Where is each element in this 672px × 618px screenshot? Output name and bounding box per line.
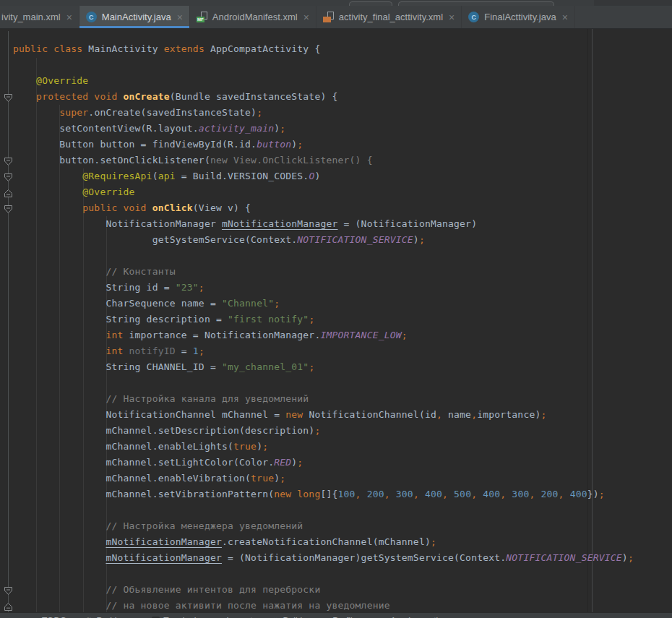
tab-label: FinalActtivity.java bbox=[484, 12, 556, 22]
code-token: super bbox=[13, 107, 88, 118]
code-token: ; bbox=[297, 139, 303, 150]
code-token: ; bbox=[199, 346, 204, 356]
fold-up-icon[interactable] bbox=[4, 188, 13, 197]
code-token: []{ bbox=[320, 489, 337, 499]
code-token: true bbox=[251, 473, 274, 484]
code-line[interactable]: mChannel.enableLights(true); bbox=[0, 439, 634, 455]
code-token: = bbox=[176, 346, 193, 356]
code-line[interactable]: // Обьявление интентов для переброски bbox=[0, 582, 634, 598]
code-token: ; bbox=[257, 107, 262, 118]
tab-label: AndroidManifest.xml bbox=[212, 12, 298, 22]
code-token: , bbox=[356, 489, 361, 499]
code-line[interactable]: CharSequence name = "Channel"; bbox=[0, 296, 634, 312]
code-token: mNotificationManager bbox=[222, 218, 338, 229]
code-line[interactable]: String CHANNEL_ID = "my_channel_01"; bbox=[0, 359, 634, 375]
code-token: importance) bbox=[477, 409, 540, 420]
code-token: // Настройка канала для уведомлений bbox=[13, 393, 309, 404]
close-icon[interactable]: × bbox=[562, 12, 568, 22]
close-icon[interactable]: × bbox=[177, 12, 183, 22]
code-line[interactable]: String description = "first notify"; bbox=[0, 312, 634, 327]
code-token: , bbox=[436, 409, 442, 420]
code-token: mChannel.enableVibration( bbox=[13, 473, 251, 484]
code-area: public class MainActivity extends AppCom… bbox=[0, 41, 634, 612]
code-token: onClick bbox=[152, 202, 193, 213]
code-line[interactable]: mChannel.setDescription(description); bbox=[0, 423, 634, 439]
code-line[interactable] bbox=[0, 566, 634, 582]
close-icon[interactable]: × bbox=[449, 12, 455, 22]
code-line[interactable]: button.setOnClickListener(new View.OnCli… bbox=[0, 153, 634, 168]
code-line[interactable]: // Настройка канала для уведомлений bbox=[0, 391, 634, 407]
fold-down-icon[interactable] bbox=[4, 172, 13, 181]
code-line[interactable]: protected void onCreate(Bundle savedInst… bbox=[0, 89, 634, 105]
tab-activity-final-acttivity-xml[interactable]: activity_final_acttivity.xml× bbox=[316, 6, 462, 28]
code-token: int bbox=[13, 330, 129, 340]
code-line[interactable]: int importance = NotificationManager.IMP… bbox=[0, 327, 634, 343]
code-token: }) bbox=[587, 489, 599, 499]
tab-finalacttivity-java[interactable]: CFinalActtivity.java× bbox=[462, 6, 575, 28]
code-line[interactable]: mNotificationManager.createNotificationC… bbox=[0, 534, 634, 550]
code-line[interactable]: NotificationManager mNotificationManager… bbox=[0, 216, 634, 232]
tool-window-button-problems[interactable]: !Problems bbox=[76, 616, 142, 618]
tab-androidmanifest-xml[interactable]: MFAndroidManifest.xml× bbox=[190, 6, 316, 28]
code-line[interactable]: @Override bbox=[0, 73, 634, 89]
code-editor[interactable]: public class MainActivity extends AppCom… bbox=[0, 29, 672, 612]
code-token: , bbox=[559, 489, 564, 499]
code-line[interactable]: int notifyID = 1; bbox=[0, 343, 634, 359]
tab-label: MainActivity.java bbox=[102, 12, 171, 22]
tool-window-button-app-inspection[interactable]: ◎App Inspection bbox=[369, 616, 457, 618]
tool-window-button-terminal[interactable]: >_Terminal bbox=[142, 616, 205, 618]
code-token: ; bbox=[431, 536, 436, 547]
code-token: @Override bbox=[13, 75, 88, 86]
tool-window-button-todo[interactable]: ≡TODO bbox=[21, 616, 76, 618]
tool-window-button-build[interactable]: ⚒Build bbox=[262, 616, 312, 618]
code-line[interactable]: mChannel.setVibrationPattern(new long[]{… bbox=[0, 486, 634, 502]
code-token: ; bbox=[309, 361, 314, 372]
code-token: // на новое активити после нажатия на ув… bbox=[13, 600, 390, 611]
code-line[interactable]: // Константы bbox=[0, 264, 634, 280]
code-token: 100 bbox=[338, 489, 356, 499]
code-line[interactable] bbox=[0, 57, 634, 73]
code-token: 500 bbox=[448, 489, 471, 499]
code-line[interactable]: String id = "23"; bbox=[0, 280, 634, 296]
tab-ivity-main-xml[interactable]: ivity_main.xml× bbox=[0, 6, 79, 28]
fold-up-icon[interactable] bbox=[4, 601, 13, 611]
code-line[interactable] bbox=[0, 375, 634, 391]
code-line[interactable]: mChannel.enableVibration(true); bbox=[0, 471, 634, 486]
code-token: ; bbox=[280, 123, 285, 134]
code-line[interactable]: Button button = findViewById(R.id.button… bbox=[0, 137, 634, 153]
code-line[interactable]: // на новое активити после нажатия на ув… bbox=[0, 598, 634, 612]
tool-window-button-logcat[interactable]: ▤Logcat bbox=[206, 616, 262, 618]
code-line[interactable]: super.onCreate(savedInstanceState); bbox=[0, 105, 634, 121]
fold-down-icon[interactable] bbox=[4, 156, 13, 166]
java-class-icon: C bbox=[468, 12, 479, 22]
code-line[interactable] bbox=[0, 248, 634, 264]
tool-window-label: Problems bbox=[96, 616, 133, 618]
tool-window-button-profiler[interactable]: ◔Profiler bbox=[311, 616, 369, 618]
code-line[interactable]: setContentView(R.layout.activity_main); bbox=[0, 121, 634, 137]
code-line[interactable]: @Override bbox=[0, 184, 634, 200]
code-line[interactable]: mChannel.setLightColor(Color.RED); bbox=[0, 455, 634, 471]
tool-window-bar: □≡TODO!Problems>_Terminal▤Logcat⚒Build◔P… bbox=[0, 612, 672, 618]
code-token: ) bbox=[622, 552, 628, 563]
tab-mainactivity-java[interactable]: CMainActivity.java× bbox=[79, 6, 190, 28]
code-line[interactable]: getSystemService(Context.NOTIFICATION_SE… bbox=[0, 232, 634, 248]
close-icon[interactable]: × bbox=[303, 12, 309, 22]
fold-down-icon[interactable] bbox=[4, 93, 13, 102]
tool-window-label: Build bbox=[283, 616, 303, 618]
code-line[interactable]: public void onClick(View v) { bbox=[0, 200, 634, 216]
code-token: @Override bbox=[13, 186, 135, 197]
tab-label: activity_final_acttivity.xml bbox=[339, 12, 443, 22]
fold-down-icon[interactable] bbox=[4, 204, 13, 213]
code-token: (Bundle savedInstanceState) { bbox=[170, 91, 338, 102]
fold-down-icon[interactable] bbox=[4, 585, 13, 595]
close-icon[interactable]: × bbox=[66, 12, 72, 22]
tool-window-label: Terminal bbox=[163, 616, 196, 618]
code-token: , bbox=[471, 409, 477, 420]
code-line[interactable]: // Настройка менеджера уведомлений bbox=[0, 518, 634, 534]
code-line[interactable] bbox=[0, 502, 634, 518]
code-token: AppCompatActivity { bbox=[210, 43, 321, 54]
code-line[interactable]: public class MainActivity extends AppCom… bbox=[0, 41, 634, 57]
code-line[interactable]: mNotificationManager = (NotificationMana… bbox=[0, 550, 634, 566]
code-line[interactable]: NotificationChannel mChannel = new Notif… bbox=[0, 407, 634, 423]
code-line[interactable]: @RequiresApi(api = Build.VERSION_CODES.O… bbox=[0, 168, 634, 184]
